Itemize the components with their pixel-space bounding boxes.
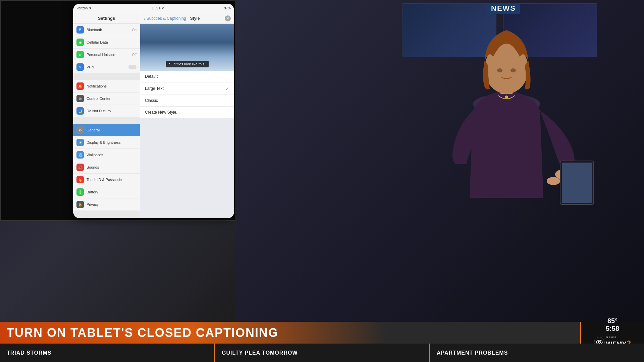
time-label: 1:59 PM [152,6,164,10]
cellular-icon: ◉ [76,39,84,46]
ticker-item-1: TRIAD STORMS [0,344,215,362]
control-center-label: Control Center [87,97,137,101]
battery-icon: 🔋 [76,188,84,196]
sidebar-item-battery[interactable]: 🔋 Battery [73,186,140,198]
sidebar-item-bluetooth[interactable]: B Bluetooth On [73,24,140,36]
sounds-label: Sounds [87,165,137,169]
nav-back-label[interactable]: Subtitles & Captioning [147,16,186,21]
battery-label: Battery [87,190,137,194]
vpn-label: VPN [87,65,128,69]
svg-point-3 [497,68,502,72]
checkmark-icon: ✓ [225,86,229,91]
vpn-toggle[interactable] [128,65,137,69]
hotspot-label: Personal Hotspot [87,53,132,57]
weather-info: 85° 5:58 [606,317,619,333]
close-button[interactable]: ✕ [225,15,231,21]
hotspot-value: Off [132,53,137,57]
style-option-create-new[interactable]: Create New Style... › [140,107,234,118]
sidebar-item-icloud[interactable]: ☁ iCloud [73,218,140,218]
privacy-icon: 🔒 [76,201,84,208]
touch-id-label: Touch ID & Passcode [87,178,137,182]
notifications-label: Notifications [87,84,137,88]
privacy-label: Privacy [87,202,137,206]
ticker-bar: TRIAD STORMS GUILTY PLEA TOMORROW APARTM… [0,344,644,362]
control-center-icon: ⊞ [76,95,84,102]
sidebar-item-general[interactable]: ⚙ General [73,124,140,136]
subtitle-preview-text: Subtitles look like this. [166,61,209,67]
divider-2 [73,117,140,124]
style-large-text-label: Large Text [145,86,225,91]
svg-point-4 [511,68,516,72]
battery-label: 97% [224,6,231,10]
temperature: 85° [607,317,618,325]
display-label: Display & Brightness [87,140,137,144]
sidebar-item-touch-id[interactable]: 👆 Touch ID & Passcode [73,174,140,186]
news-label: NEWS [606,336,631,339]
carrier-label: Verizon ▼ [76,6,92,10]
headline-text: TURN ON TABLET'S CLOSED CAPTIONING [7,326,278,340]
svg-point-5 [505,96,508,99]
style-default-label: Default [145,74,229,79]
style-classic-label: Classic [145,98,229,103]
style-options-list: Default Large Text ✓ Classic Create New … [140,71,234,118]
svg-point-12 [599,342,600,343]
settings-sidebar: Settings B Bluetooth On ◉ Cellular Data … [73,13,140,218]
sidebar-item-privacy[interactable]: 🔒 Privacy [73,198,140,211]
wallpaper-label: Wallpaper [87,153,137,157]
subtitle-preview: Subtitles look like this. [140,24,234,71]
chevron-right-icon: › [228,110,229,115]
svg-point-7 [547,177,560,185]
ticker-item-2: GUILTY PLEA TOMORROW [215,344,430,362]
sidebar-item-control-center[interactable]: ⊞ Control Center [73,93,140,105]
bluetooth-label: Bluetooth [87,28,132,32]
settings-content: ‹ Subtitles & Captioning Style ✕ Subtitl… [140,13,234,218]
cellular-label: Cellular Data [87,40,137,44]
vpn-icon: V [76,63,84,71]
bluetooth-value: On [132,28,137,32]
time-display: 5:58 [606,325,619,333]
style-option-classic[interactable]: Classic [140,95,234,107]
general-icon: ⚙ [76,126,84,134]
studio-right: NEWS [235,0,644,362]
style-option-large-text[interactable]: Large Text ✓ [140,82,234,95]
nav-title: Style [190,16,200,21]
sidebar-item-cellular[interactable]: ◉ Cellular Data [73,36,140,49]
back-arrow-icon: ‹ [144,16,145,21]
bg-screen-1-label [403,4,496,10]
sidebar-item-do-not-disturb[interactable]: 🌙 Do Not Disturb [73,105,140,117]
general-label: General [87,128,137,132]
news-bar: TURN ON TABLET'S CLOSED CAPTIONING 85° 5… [0,322,644,362]
sidebar-item-display[interactable]: ☀ Display & Brightness [73,136,140,149]
do-not-disturb-label: Do Not Disturb [87,109,137,113]
wallpaper-icon: 🖼 [76,151,84,159]
ipad-display: Verizon ▼ 1:59 PM 97% Settings B Bluetoo… [73,4,234,218]
divider-1 [73,73,140,80]
hotspot-icon: ⊕ [76,51,84,58]
person-silhouette [389,10,624,221]
ipad-status-bar: Verizon ▼ 1:59 PM 97% [73,4,234,13]
tv-monitor: Verizon ▼ 1:59 PM 97% Settings B Bluetoo… [0,0,255,221]
ipad-settings-layout: Settings B Bluetooth On ◉ Cellular Data … [73,13,234,218]
sidebar-item-notifications[interactable]: 🔔 Notifications [73,80,140,93]
content-nav-bar: ‹ Subtitles & Captioning Style ✕ [140,13,234,24]
settings-title: Settings [73,13,140,24]
sidebar-item-vpn[interactable]: V VPN [73,61,140,73]
sounds-icon: 🔊 [76,164,84,171]
person-container [389,10,624,223]
style-create-new-label: Create New Style... [145,110,228,115]
sidebar-item-sounds[interactable]: 🔊 Sounds [73,161,140,174]
sidebar-item-wallpaper[interactable]: 🖼 Wallpaper [73,149,140,161]
sidebar-item-hotspot[interactable]: ⊕ Personal Hotspot Off [73,49,140,61]
style-option-default[interactable]: Default [140,71,234,82]
close-icon: ✕ [226,16,229,20]
touch-id-icon: 👆 [76,176,84,183]
svg-rect-9 [562,163,592,203]
ticker-item-3: APARTMENT PROBLEMS [430,344,644,362]
display-icon: ☀ [76,139,84,146]
do-not-disturb-icon: 🌙 [76,107,84,115]
notifications-icon: 🔔 [76,82,84,90]
bottom-logo-container: 85° 5:58 NEWS WFMY [580,322,644,344]
headline-bar: TURN ON TABLET'S CLOSED CAPTIONING 85° 5… [0,322,644,344]
divider-3 [73,211,140,218]
bluetooth-icon: B [76,26,84,34]
